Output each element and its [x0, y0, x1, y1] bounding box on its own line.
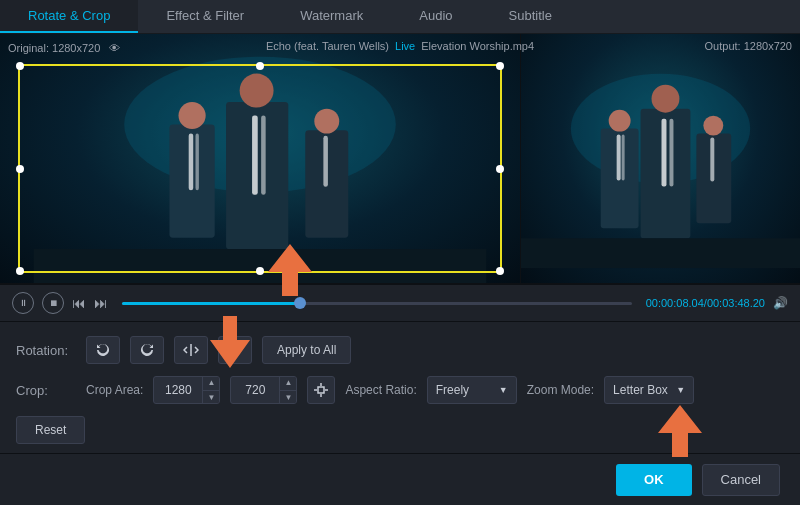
tab-rotate-crop[interactable]: Rotate & Crop [0, 0, 138, 33]
progress-thumb[interactable] [294, 297, 306, 309]
crop-area-label: Crop Area: [86, 383, 143, 397]
ok-button[interactable]: OK [616, 464, 692, 496]
crop-height-input[interactable] [231, 383, 279, 397]
svg-rect-8 [261, 115, 266, 194]
svg-rect-16 [617, 135, 621, 181]
svg-point-2 [179, 102, 206, 129]
next-button[interactable]: ⏭ [94, 295, 108, 311]
crop-width-spinner: ▲ ▼ [202, 376, 219, 404]
rotate-right-button[interactable] [130, 336, 164, 364]
svg-rect-24 [710, 138, 714, 182]
tab-effect-filter[interactable]: Effect & Filter [138, 0, 272, 33]
flip-vertical-button[interactable] [218, 336, 252, 364]
svg-point-19 [652, 85, 680, 113]
volume-icon[interactable]: 🔊 [773, 296, 788, 310]
crop-height-down[interactable]: ▼ [280, 390, 296, 404]
crop-width-up[interactable]: ▲ [203, 376, 219, 390]
crop-height-up[interactable]: ▲ [280, 376, 296, 390]
rotate-left-icon [95, 342, 111, 358]
video-scene-svg [0, 34, 520, 283]
video-thumb-output [521, 34, 800, 283]
svg-rect-25 [521, 238, 800, 268]
prev-button[interactable]: ⏮ [72, 295, 86, 311]
rotation-row: Rotation: Apply to All [16, 336, 784, 364]
aspect-ratio-arrow: ▼ [499, 385, 508, 395]
tabs-bar: Rotate & Crop Effect & Filter Watermark … [0, 0, 800, 34]
aspect-ratio-select[interactable]: Freely ▼ [427, 376, 517, 404]
flip-h-icon [183, 342, 199, 358]
svg-point-6 [240, 74, 274, 108]
svg-rect-21 [669, 119, 673, 187]
svg-rect-11 [323, 136, 328, 187]
crop-height-spinner: ▲ ▼ [279, 376, 296, 404]
rotate-left-button[interactable] [86, 336, 120, 364]
svg-rect-4 [195, 134, 198, 191]
tab-subtitle[interactable]: Subtitle [481, 0, 580, 33]
crop-width-input[interactable] [154, 383, 202, 397]
rotation-label: Rotation: [16, 343, 76, 358]
controls-section: Rotation: Apply to All Crop: Crop Area: … [0, 322, 800, 464]
aspect-ratio-label: Aspect Ratio: [345, 383, 416, 397]
progress-fill [122, 302, 300, 305]
file-info: Echo (feat. Tauren Wells) Live Elevation… [266, 34, 534, 58]
cancel-button[interactable]: Cancel [702, 464, 780, 496]
flip-v-icon [227, 342, 243, 358]
video-thumb-original [0, 34, 520, 283]
crop-width-down[interactable]: ▼ [203, 390, 219, 404]
crop-label: Crop: [16, 383, 76, 398]
output-scene-svg [521, 34, 800, 283]
eye-icon[interactable]: 👁 [106, 40, 122, 56]
tab-watermark[interactable]: Watermark [272, 0, 391, 33]
video-panel-original: Original: 1280x720 👁 [0, 34, 520, 283]
time-display: 00:00:08.04/00:03:48.20 [646, 297, 765, 309]
video-panel-output: Output: 1280x720 [520, 34, 800, 283]
crop-row: Crop: Crop Area: ▲ ▼ ▲ ▼ Aspe [16, 376, 784, 404]
svg-rect-12 [34, 249, 487, 283]
original-label: Original: 1280x720 👁 [8, 40, 122, 56]
svg-rect-26 [318, 387, 324, 393]
reset-row: Reset [16, 416, 784, 444]
flip-horizontal-button[interactable] [174, 336, 208, 364]
svg-point-15 [609, 110, 631, 132]
progress-track[interactable] [122, 302, 632, 305]
reset-button[interactable]: Reset [16, 416, 85, 444]
crop-height-input-group: ▲ ▼ [230, 376, 297, 404]
output-label: Output: 1280x720 [705, 40, 792, 52]
svg-rect-17 [622, 135, 625, 181]
playback-bar: ⏸ ⏹ ⏮ ⏭ 00:00:08.04/00:03:48.20 🔊 [0, 284, 800, 322]
apply-to-all-button[interactable]: Apply to All [262, 336, 351, 364]
tab-audio[interactable]: Audio [391, 0, 480, 33]
svg-rect-7 [252, 115, 258, 194]
stop-button[interactable]: ⏹ [42, 292, 64, 314]
svg-point-10 [314, 109, 339, 134]
center-icon [313, 382, 329, 398]
zoom-mode-arrow: ▼ [676, 385, 685, 395]
video-area: Echo (feat. Tauren Wells) Live Elevation… [0, 34, 800, 284]
center-crop-button[interactable] [307, 376, 335, 404]
svg-rect-3 [189, 134, 194, 191]
zoom-mode-label: Zoom Mode: [527, 383, 594, 397]
svg-rect-20 [661, 119, 666, 187]
pause-button[interactable]: ⏸ [12, 292, 34, 314]
rotate-right-icon [139, 342, 155, 358]
zoom-mode-select[interactable]: Letter Box ▼ [604, 376, 694, 404]
svg-point-23 [703, 116, 723, 136]
crop-width-input-group: ▲ ▼ [153, 376, 220, 404]
bottom-bar: OK Cancel [0, 453, 800, 505]
